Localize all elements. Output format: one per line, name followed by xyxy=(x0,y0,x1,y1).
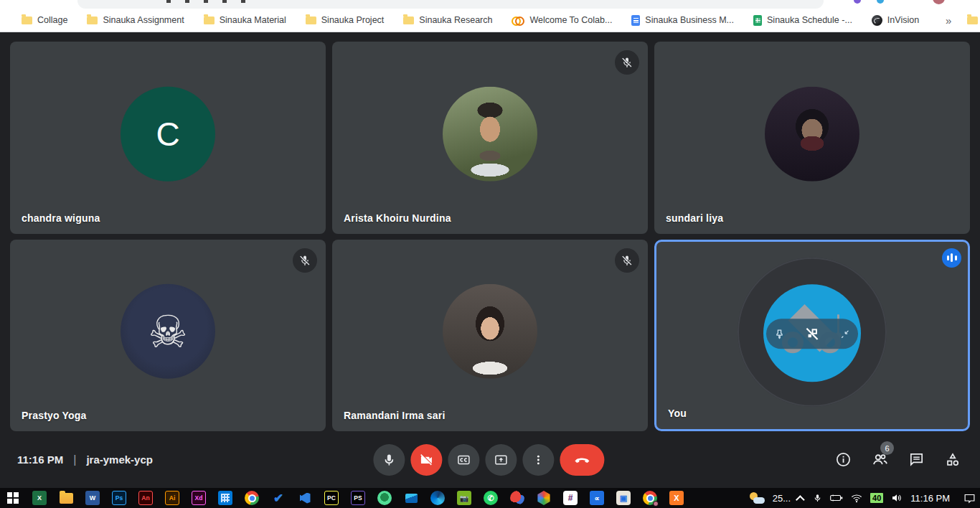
taskbar-clock[interactable]: 11:16 PM xyxy=(910,493,950,504)
mic-off-icon xyxy=(621,56,633,69)
bookmark-label: Sinauka Project xyxy=(321,15,385,25)
taskbar-apps: X W Ps An Ai Xd ✔ PC PS 📷 ✆ # ∝ ▣ X xyxy=(0,491,684,505)
mail-icon[interactable] xyxy=(404,491,418,505)
screen-recorder-icon[interactable]: 📷 xyxy=(457,491,471,505)
meeting-details-button[interactable] xyxy=(835,451,852,468)
activities-button[interactable] xyxy=(944,451,961,469)
minimize-tile-icon[interactable] xyxy=(839,328,851,340)
participant-name: sundari liya xyxy=(666,212,723,224)
tray-expand-chevron-icon[interactable] xyxy=(796,495,805,504)
bookmark-sinauka-assignment[interactable]: Sinauka Assignment xyxy=(87,15,184,25)
participant-avatar-photo xyxy=(443,284,537,379)
mic-button[interactable] xyxy=(373,444,405,476)
adobe-xd-icon[interactable]: Xd xyxy=(192,491,206,505)
draw-app-icon[interactable] xyxy=(510,491,524,505)
other-bookmarks-button[interactable]: Other bookmarks xyxy=(967,15,980,25)
battery-icon[interactable] xyxy=(830,493,843,503)
participant-avatar-photo xyxy=(765,86,859,181)
bookmark-sinauka-project[interactable]: Sinauka Project xyxy=(306,15,385,25)
bookmark-sinauka-material[interactable]: Sinauka Material xyxy=(204,15,286,25)
start-button[interactable] xyxy=(6,491,20,505)
calendar-app-icon[interactable] xyxy=(218,491,232,505)
pin-icon[interactable] xyxy=(773,328,786,340)
android-studio-icon[interactable] xyxy=(377,491,392,505)
edge-icon[interactable] xyxy=(430,491,445,505)
participant-tile-sundari[interactable]: sundari liya xyxy=(654,42,970,234)
whatsapp-icon[interactable]: ✆ xyxy=(484,491,498,505)
skull-glyph: ☠ xyxy=(148,305,188,357)
bookmark-invision[interactable]: InVision xyxy=(872,15,919,26)
illustrator-icon[interactable]: Ai xyxy=(165,491,179,505)
participant-name: You xyxy=(668,408,687,419)
avatar-initial-letter: C xyxy=(156,114,179,153)
word-icon[interactable]: W xyxy=(85,491,100,505)
mic-off-badge xyxy=(615,248,639,273)
bookmark-collage[interactable]: Collage xyxy=(22,15,67,25)
weather-temperature[interactable]: 25... xyxy=(773,493,791,504)
participant-avatar-photo xyxy=(443,86,537,181)
chrome-active-icon[interactable] xyxy=(643,491,657,505)
folder-icon xyxy=(403,17,414,24)
photoshop-icon[interactable]: Ps xyxy=(112,491,126,505)
mic-off-icon xyxy=(621,254,633,267)
check-app-icon[interactable]: ✔ xyxy=(271,491,286,505)
captions-button[interactable] xyxy=(448,444,479,476)
hub-app-icon[interactable] xyxy=(537,491,551,505)
present-button[interactable] xyxy=(485,444,517,476)
volume-icon[interactable] xyxy=(891,493,903,503)
bookmark-sinauka-research[interactable]: Sinauka Research xyxy=(403,15,492,25)
participants-button[interactable]: 6 xyxy=(871,451,889,469)
wifi-icon[interactable] xyxy=(851,494,862,503)
camera-app-icon[interactable]: ▣ xyxy=(616,491,631,505)
tray-mic-icon[interactable] xyxy=(813,492,822,504)
excel-icon[interactable]: X xyxy=(32,491,47,505)
slack-icon[interactable]: # xyxy=(563,491,578,505)
profile-avatar-fragment[interactable] xyxy=(933,0,945,4)
xampp-icon[interactable]: X xyxy=(669,491,684,505)
participant-tile-chandra[interactable]: C chandra wiguna xyxy=(10,42,326,234)
pin-off-icon[interactable] xyxy=(803,325,821,344)
phpstorm-icon[interactable]: PS xyxy=(351,491,365,505)
bookmarks-overflow-chevron-icon[interactable]: » xyxy=(946,14,951,27)
vscode-icon[interactable] xyxy=(298,491,312,505)
action-center-icon[interactable] xyxy=(963,493,976,504)
meeting-code[interactable]: jra-ymek-ycp xyxy=(86,453,153,466)
participant-avatar-photo: ☠ xyxy=(121,284,215,379)
camera-off-button[interactable] xyxy=(410,444,442,476)
bookmark-label: Welcome To Colab... xyxy=(529,15,612,25)
chrome-icon[interactable] xyxy=(245,491,259,505)
more-options-button[interactable] xyxy=(522,444,554,476)
mic-icon xyxy=(382,453,396,467)
extension-icon[interactable] xyxy=(877,0,884,4)
bookmark-label: InVision xyxy=(887,15,919,25)
chat-button[interactable] xyxy=(908,451,925,468)
videocam-off-icon xyxy=(419,453,433,467)
pycharm-icon[interactable]: PC xyxy=(324,491,339,505)
participant-grid: C chandra wiguna Arista Khoiru Nurdina s… xyxy=(10,42,970,431)
folder-icon xyxy=(306,17,316,24)
participant-tile-arista[interactable]: Arista Khoiru Nurdina xyxy=(332,42,648,234)
bookmark-sinauka-business[interactable]: Sinauka Business M... xyxy=(631,15,734,26)
animate-icon[interactable]: An xyxy=(138,491,153,505)
participant-tile-ramandani[interactable]: Ramandani Irma sari xyxy=(332,240,648,432)
folder-icon xyxy=(87,17,98,24)
percent-badge[interactable]: 40 xyxy=(870,493,883,503)
weather-icon[interactable] xyxy=(749,491,765,504)
file-explorer-icon[interactable] xyxy=(59,491,73,505)
chat-icon xyxy=(908,451,925,468)
extension-icon[interactable] xyxy=(854,0,861,4)
participant-tile-prastyo[interactable]: ☠ Prastyo Yoga xyxy=(10,240,326,432)
bookmark-sinauka-schedule[interactable]: Sinauka Schedule -... xyxy=(753,15,852,26)
participant-name: Arista Khoiru Nurdina xyxy=(344,212,451,224)
meeting-clock: 11:16 PM xyxy=(17,453,63,466)
present-screen-icon xyxy=(494,453,508,467)
oc-app-icon[interactable]: ∝ xyxy=(590,491,604,505)
tile-hover-actions xyxy=(766,319,858,349)
address-bar-text-fragment xyxy=(166,0,253,3)
leave-call-button[interactable] xyxy=(560,444,604,476)
bookmark-label: Collage xyxy=(37,15,67,25)
participant-tile-self[interactable]: You xyxy=(654,240,970,432)
google-sheets-icon xyxy=(753,15,762,26)
bookmark-welcome-to-colab[interactable]: Welcome To Colab... xyxy=(512,15,612,25)
participant-name: chandra wiguna xyxy=(22,212,100,224)
